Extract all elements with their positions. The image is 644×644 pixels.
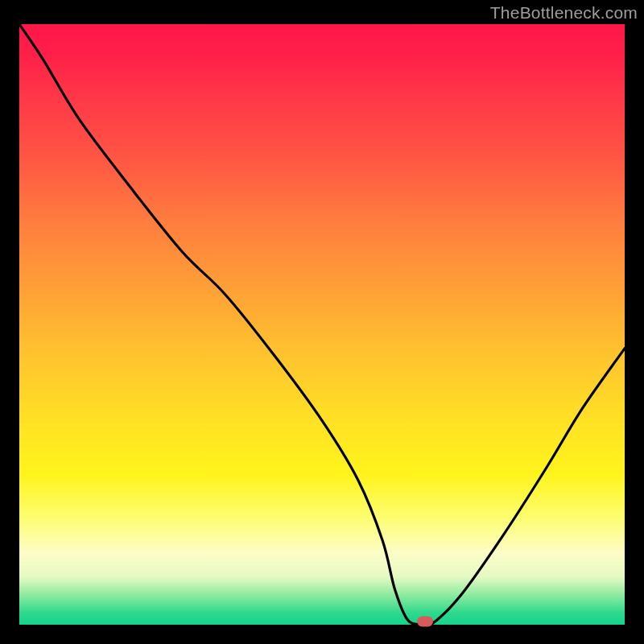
curve-path [19,24,625,625]
bottleneck-curve [19,24,625,625]
chart-stage: TheBottleneck.com [0,0,644,644]
user-config-marker [417,617,433,627]
plot-area [19,24,625,625]
watermark-text: TheBottleneck.com [490,3,638,23]
